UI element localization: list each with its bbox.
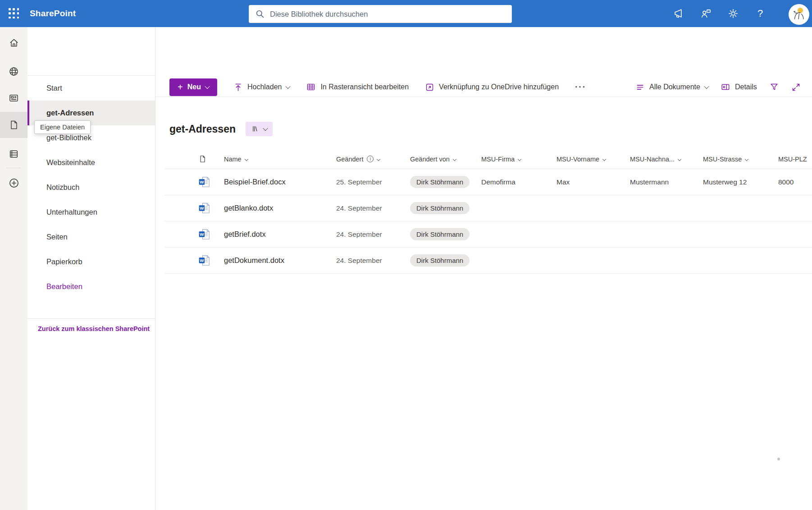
word-file-icon: W xyxy=(198,228,224,240)
sort-chevron-icon xyxy=(602,157,606,161)
sidebar-item-papierkorb[interactable]: Papierkorb xyxy=(27,249,155,274)
library-title: get-Adressen xyxy=(169,123,236,135)
view-list-icon xyxy=(635,83,645,92)
filter-icon[interactable] xyxy=(769,82,779,92)
modified-date: 24. September xyxy=(336,257,410,265)
svg-text:W: W xyxy=(200,258,204,263)
news-icon[interactable] xyxy=(0,85,27,111)
scroll-indicator-dot xyxy=(777,458,780,460)
upload-button[interactable]: Hochladen xyxy=(233,83,290,92)
sort-chevron-icon xyxy=(377,157,380,161)
suite-top-bar: SharePoint ? xyxy=(0,0,812,27)
chevron-down-icon xyxy=(263,126,268,131)
home-icon[interactable] xyxy=(0,30,27,56)
table-body: W Beispiel-Brief.docx 25. September Dirk… xyxy=(164,169,812,274)
msu-plz-cell: 8000 xyxy=(778,178,812,186)
app-launcher-waffle-icon[interactable] xyxy=(6,6,22,21)
sort-chevron-icon xyxy=(244,157,248,161)
search-input[interactable] xyxy=(270,10,505,18)
table-row[interactable]: W getDokument.dotx 24. September Dirk St… xyxy=(164,248,812,274)
books-icon xyxy=(251,125,259,133)
table-row[interactable]: W Beispiel-Brief.docx 25. September Dirk… xyxy=(164,169,812,195)
file-name[interactable]: Beispiel-Brief.docx xyxy=(224,178,336,186)
word-file-icon: W xyxy=(198,254,224,266)
modified-date: 25. September xyxy=(336,178,410,186)
chevron-down-icon xyxy=(286,84,291,89)
site-sidebar: Start get-Adressen get-Bibliothek Websit… xyxy=(27,27,155,510)
modified-by-cell[interactable]: Dirk Stöhrmann xyxy=(410,176,481,188)
create-plus-icon[interactable] xyxy=(0,170,27,196)
suite-bar-icons: ? xyxy=(671,5,769,23)
file-icon xyxy=(198,155,207,163)
feedback-icon[interactable] xyxy=(698,5,715,23)
msu-vorname-cell: Max xyxy=(557,178,630,186)
details-pane-icon xyxy=(721,82,730,92)
library-stack-icon[interactable] xyxy=(0,141,27,167)
word-file-icon: W xyxy=(198,202,224,214)
tooltip-eigene-dateien: Eigene Dateien xyxy=(34,120,91,134)
globe-icon[interactable] xyxy=(0,58,27,84)
megaphone-icon[interactable] xyxy=(671,5,688,23)
app-rail xyxy=(0,27,27,510)
command-toolbar: + Neu Hochladen In Rasteransicht bearbei… xyxy=(169,78,586,96)
details-button[interactable]: Details xyxy=(721,82,757,92)
sidebar-item-seiten[interactable]: Seiten xyxy=(27,225,155,249)
new-button[interactable]: + Neu xyxy=(169,78,217,96)
file-name[interactable]: getBlanko.dotx xyxy=(224,204,336,212)
modified-by-cell[interactable]: Dirk Stöhrmann xyxy=(410,254,481,266)
view-style-button[interactable] xyxy=(246,122,273,136)
column-header-msu-plz[interactable]: MSU-PLZ xyxy=(778,156,812,163)
modified-by-pill: Dirk Stöhrmann xyxy=(410,254,470,266)
shortcut-icon xyxy=(425,83,434,92)
sidebar-item-notizbuch[interactable]: Notizbuch xyxy=(27,175,155,200)
more-commands-button[interactable]: ··· xyxy=(575,82,586,92)
table-header-row: Name Geänderti Geändert von MSU-Firma MS… xyxy=(164,149,812,169)
grid-icon xyxy=(306,82,316,92)
sidebar-divider xyxy=(27,318,155,319)
modified-date: 24. September xyxy=(336,230,410,239)
column-header-msu-vorname[interactable]: MSU-Vorname xyxy=(557,156,630,163)
library-section-head: get-Adressen xyxy=(169,122,273,136)
sharepoint-page: SharePoint ? xyxy=(0,0,812,510)
expand-icon[interactable] xyxy=(791,83,801,92)
table-row[interactable]: W getBrief.dotx 24. September Dirk Stöhr… xyxy=(164,221,812,248)
sidebar-item-bearbeiten[interactable]: Bearbeiten xyxy=(27,274,155,299)
plus-icon: + xyxy=(178,83,183,92)
column-header-msu-strasse[interactable]: MSU-Strasse xyxy=(703,156,778,163)
help-icon[interactable]: ? xyxy=(752,5,769,23)
suite-app-name[interactable]: SharePoint xyxy=(30,0,76,27)
onedrive-link-button[interactable]: Verknüpfung zu OneDrive hinzufügen xyxy=(425,83,559,92)
column-header-geaendert[interactable]: Geänderti xyxy=(336,156,410,163)
column-header-name[interactable]: Name xyxy=(224,156,336,163)
svg-text:W: W xyxy=(200,206,204,211)
table-row[interactable]: W getBlanko.dotx 24. September Dirk Stöh… xyxy=(164,195,812,221)
column-header-geaendert-von[interactable]: Geändert von xyxy=(410,156,481,163)
modified-by-cell[interactable]: Dirk Stöhrmann xyxy=(410,202,481,214)
account-avatar[interactable] xyxy=(789,4,809,25)
modified-by-pill: Dirk Stöhrmann xyxy=(410,176,470,188)
info-icon: i xyxy=(367,156,374,162)
modified-by-cell[interactable]: Dirk Stöhrmann xyxy=(410,228,481,240)
gear-icon[interactable] xyxy=(725,5,742,23)
view-selector-button[interactable]: Alle Dokumente xyxy=(635,83,708,92)
file-name[interactable]: getDokument.dotx xyxy=(224,256,336,265)
document-icon[interactable] xyxy=(0,112,27,138)
sort-chevron-icon xyxy=(518,157,521,161)
sidebar-item-websiteinhalte[interactable]: Websiteinhalte xyxy=(27,150,155,175)
classic-sharepoint-link[interactable]: Zurück zum klassischen SharePoint xyxy=(38,325,150,332)
upload-icon xyxy=(233,83,243,92)
file-name[interactable]: getBrief.dotx xyxy=(224,230,336,239)
rail-divider xyxy=(6,168,21,168)
svg-text:W: W xyxy=(200,179,204,184)
modified-by-pill: Dirk Stöhrmann xyxy=(410,202,470,214)
file-type-column-header[interactable] xyxy=(198,155,224,163)
documents-table: Name Geänderti Geändert von MSU-Firma MS… xyxy=(164,149,812,274)
modified-by-pill: Dirk Stöhrmann xyxy=(410,228,470,240)
sidebar-item-unterhaltungen[interactable]: Unterhaltungen xyxy=(27,200,155,225)
column-header-msu-nachname[interactable]: MSU-Nachna... xyxy=(630,156,703,163)
grid-edit-button[interactable]: In Rasteransicht bearbeiten xyxy=(306,82,409,92)
column-header-msu-firma[interactable]: MSU-Firma xyxy=(481,156,557,163)
sort-chevron-icon xyxy=(453,157,456,161)
library-search-box[interactable] xyxy=(249,5,512,23)
sidebar-item-start[interactable]: Start xyxy=(27,76,155,101)
